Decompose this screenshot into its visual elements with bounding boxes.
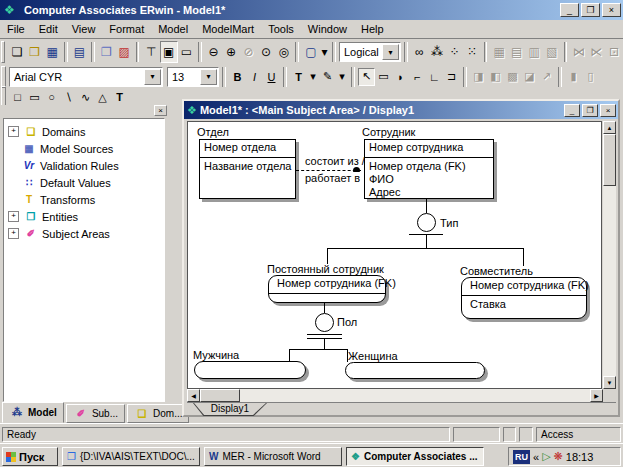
tree-item-subject-areas[interactable]: + ✐ Subject Areas bbox=[8, 225, 164, 242]
many-to-many-relationship-tool-button[interactable]: ∟ bbox=[426, 68, 443, 86]
fill-color-dropdown-icon[interactable]: ▾ bbox=[336, 68, 348, 86]
chevron-down-icon[interactable]: ▾ bbox=[144, 69, 161, 85]
panel-splitter[interactable] bbox=[170, 96, 178, 423]
horizontal-scrollbar[interactable]: ◀ ▶ bbox=[187, 389, 603, 402]
entity-postoyanniy[interactable]: Номер сотрудника (FK) bbox=[268, 275, 386, 303]
font-size-combo[interactable]: 13 ▾ bbox=[167, 67, 219, 87]
entity-muzhchina[interactable] bbox=[194, 361, 306, 379]
space-horizontal-button[interactable]: ⋈ bbox=[570, 41, 588, 63]
zoom-in-button[interactable]: ⊕ bbox=[222, 41, 240, 63]
print-button[interactable]: ▤ bbox=[71, 41, 89, 63]
close-panel-icon[interactable]: × bbox=[154, 105, 167, 116]
tree-item-validation-rules[interactable]: Vr Validation Rules bbox=[8, 157, 164, 174]
align-right-button[interactable]: ▥ bbox=[525, 41, 543, 63]
relationship-line[interactable] bbox=[296, 170, 361, 171]
space-vertical-button[interactable]: ⋉ bbox=[588, 41, 606, 63]
subject-area-add-button[interactable]: ⁘ bbox=[446, 41, 464, 63]
subject-area-del-button[interactable]: ⁙ bbox=[463, 41, 481, 63]
tab-subject-areas[interactable]: ✐ Sub... bbox=[66, 404, 125, 423]
expand-plus-icon[interactable]: + bbox=[8, 211, 19, 222]
select-tool-button[interactable]: ↖ bbox=[358, 68, 375, 86]
expand-plus-icon[interactable]: + bbox=[8, 126, 19, 137]
text-blocks-button[interactable]: ⊤ bbox=[142, 41, 160, 63]
entity-sotrudnik[interactable]: Номер сотрудника Номер отдела (FK) ФИО А… bbox=[364, 139, 494, 199]
menu-view[interactable]: View bbox=[65, 21, 103, 37]
scroll-down-icon[interactable]: ▼ bbox=[603, 376, 616, 389]
fit-window-button[interactable]: ◎ bbox=[275, 41, 293, 63]
chevron-down-icon[interactable]: ▾ bbox=[200, 69, 217, 85]
menu-format[interactable]: Format bbox=[102, 21, 151, 37]
toolbar-grip[interactable] bbox=[1, 41, 5, 63]
model-type-combo[interactable]: Logical ▾ bbox=[339, 42, 401, 62]
menu-edit[interactable]: Edit bbox=[32, 21, 65, 37]
stored-display-new-button[interactable]: ∞ bbox=[411, 41, 429, 63]
tree-item-transforms[interactable]: T Transforms bbox=[8, 191, 164, 208]
color-settings-button[interactable]: ▨ bbox=[115, 41, 133, 63]
horizontal-scroll-thumb[interactable] bbox=[200, 389, 240, 402]
copy-object-button[interactable]: ◪ bbox=[521, 68, 538, 86]
lock-model-button[interactable]: ▮ bbox=[565, 68, 582, 86]
display-dropdown-icon[interactable]: ▾ bbox=[320, 41, 330, 63]
zoom-out-button[interactable]: ⊖ bbox=[205, 41, 223, 63]
text-color-button[interactable]: T bbox=[290, 68, 307, 86]
taskbar-item-word[interactable]: W MER - Microsoft Word bbox=[204, 447, 342, 466]
entity-otdel[interactable]: Номер отдела Название отдела bbox=[199, 139, 296, 199]
non-identifying-relationship-tool-button[interactable]: ⊐ bbox=[443, 68, 460, 86]
rectangle-tool-button[interactable]: □ bbox=[9, 88, 26, 106]
fill-color-button[interactable]: ✎ bbox=[319, 68, 336, 86]
entity-sovmestitel[interactable]: Номер сотрудника (FK) Ставка bbox=[461, 277, 587, 319]
stored-display-button[interactable]: ▢ bbox=[302, 41, 320, 63]
attribute-level-button[interactable]: ▣ bbox=[160, 41, 178, 63]
menu-file[interactable]: File bbox=[0, 21, 32, 37]
menu-modelmart[interactable]: ModelMart bbox=[195, 21, 261, 37]
taskbar-item-explorer[interactable]: ❐ {D:\IVA\AIS\TEXT\DOC\... bbox=[62, 447, 200, 466]
menu-window[interactable]: Window bbox=[301, 21, 354, 37]
identifying-relationship-tool-button[interactable]: ⌐ bbox=[409, 68, 426, 86]
tree-item-domains[interactable]: + ❑ Domains bbox=[8, 123, 164, 140]
diagram-canvas[interactable]: Отдел Номер отдела Название отдела состо… bbox=[187, 121, 602, 389]
scroll-up-icon[interactable]: ▲ bbox=[603, 121, 616, 134]
child-close-button[interactable]: × bbox=[600, 104, 616, 117]
align-bottom-button[interactable]: ▧ bbox=[543, 41, 561, 63]
minimize-button[interactable]: _ bbox=[560, 3, 579, 17]
italic-button[interactable]: I bbox=[246, 68, 263, 86]
ellipse-tool-button[interactable]: ○ bbox=[43, 88, 60, 106]
tree-item-entities[interactable]: + ❒ Entities bbox=[8, 208, 164, 225]
tab-model[interactable]: ⁂ Model bbox=[2, 402, 64, 423]
category-tool-button[interactable]: ◗ bbox=[392, 68, 409, 86]
menu-help[interactable]: Help bbox=[354, 21, 391, 37]
category-circle-pol[interactable] bbox=[315, 313, 334, 332]
tray-icon-1[interactable]: ▷ bbox=[542, 450, 550, 463]
vertical-scroll-thumb[interactable] bbox=[603, 134, 616, 186]
bold-button[interactable]: B bbox=[229, 68, 246, 86]
start-button[interactable]: Пуск bbox=[2, 447, 58, 466]
close-button[interactable]: × bbox=[602, 3, 621, 17]
entity-zhenshchina[interactable] bbox=[345, 362, 485, 379]
vertical-scrollbar[interactable]: ▲ ▼ bbox=[603, 121, 616, 389]
save-button[interactable]: ▦ bbox=[43, 41, 61, 63]
child-maximize-button[interactable]: ❐ bbox=[582, 104, 598, 117]
curve-tool-button[interactable]: ∿ bbox=[77, 88, 94, 106]
tray-chevron-icon[interactable]: « bbox=[533, 451, 539, 463]
category-circle-tip[interactable] bbox=[417, 213, 436, 232]
tab-domains[interactable]: ❑ Dom... bbox=[127, 404, 189, 423]
align-top-button[interactable]: ▤ bbox=[508, 41, 526, 63]
new-button[interactable]: ❏ bbox=[8, 41, 26, 63]
report-browser-button[interactable]: ❐ bbox=[98, 41, 116, 63]
line-tool-button[interactable]: ∖ bbox=[60, 88, 77, 106]
toolbar-grip[interactable] bbox=[1, 66, 6, 88]
tab-display1[interactable]: Display1 bbox=[193, 403, 267, 416]
child-title-bar[interactable]: ❖ Model1* : <Main Subject Area> / Displa… bbox=[184, 101, 618, 119]
rounded-rectangle-tool-button[interactable]: ▭ bbox=[26, 88, 43, 106]
split-entity-button[interactable]: ◧ bbox=[487, 68, 504, 86]
definition-level-button[interactable]: ▭ bbox=[178, 41, 196, 63]
language-indicator[interactable]: RU bbox=[513, 450, 530, 464]
text-tool-button[interactable]: T bbox=[111, 88, 128, 106]
chevron-down-icon[interactable]: ▾ bbox=[382, 44, 399, 60]
expand-plus-icon[interactable]: + bbox=[8, 228, 19, 239]
lock-icon[interactable]: ▩ bbox=[504, 68, 521, 86]
menu-tools[interactable]: Tools bbox=[261, 21, 301, 37]
goto-button[interactable]: ↗ bbox=[538, 68, 555, 86]
scroll-right-icon[interactable]: ▶ bbox=[590, 389, 603, 402]
tree-item-model-sources[interactable]: ▦ Model Sources bbox=[8, 140, 164, 157]
